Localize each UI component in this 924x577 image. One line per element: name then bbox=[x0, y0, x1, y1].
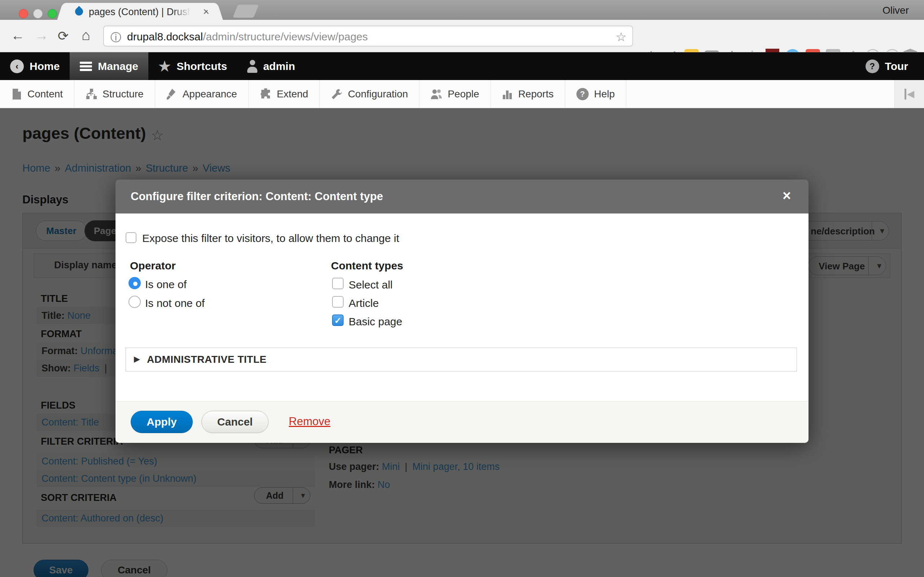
menu-extend-label: Extend bbox=[277, 89, 308, 100]
toolbar-item-tour[interactable]: ? Tour bbox=[866, 52, 924, 80]
menu-people-label: People bbox=[447, 89, 479, 100]
drupal-menu-bar: Content Structure Appearance Extend Conf… bbox=[0, 80, 924, 108]
menu-appearance-label: Appearance bbox=[183, 89, 237, 100]
collapsed-arrow-icon: ▶ bbox=[134, 355, 140, 364]
hamburger-icon bbox=[80, 62, 92, 71]
minimize-window-button[interactable] bbox=[33, 9, 43, 18]
user-icon bbox=[247, 60, 257, 73]
toolbar-manage-label: Manage bbox=[98, 60, 138, 73]
toolbar-home-label: Home bbox=[30, 60, 60, 73]
star-icon: ★ bbox=[158, 60, 171, 73]
sitemap-icon bbox=[86, 89, 97, 100]
operator-heading: Operator bbox=[130, 259, 176, 272]
expose-filter-checkbox[interactable] bbox=[126, 232, 136, 243]
basic-page-checkbox[interactable]: ✓ bbox=[332, 314, 344, 326]
article-label[interactable]: Article bbox=[349, 297, 379, 309]
browser-tab-strip: pages (Content) | Drush Site-In × Oliver bbox=[0, 0, 924, 20]
remove-link[interactable]: Remove bbox=[289, 415, 330, 428]
toolbar-item-manage[interactable]: Manage bbox=[69, 52, 149, 80]
menu-item-content[interactable]: Content bbox=[0, 80, 74, 108]
configure-filter-modal: Configure filter criterion: Content: Con… bbox=[115, 180, 809, 443]
basic-page-label[interactable]: Basic page bbox=[349, 316, 402, 328]
zoom-window-button[interactable] bbox=[48, 9, 57, 18]
toolbar-item-home[interactable]: ‹ Home bbox=[0, 52, 69, 80]
close-window-button[interactable] bbox=[19, 9, 28, 18]
forward-icon: → bbox=[35, 28, 48, 43]
address-bar[interactable]: ⓘ drupal8.docksal/admin/structure/views/… bbox=[103, 26, 633, 47]
toolbar-tour-label: Tour bbox=[885, 60, 908, 73]
reload-icon[interactable]: ⟳ bbox=[58, 29, 69, 44]
new-tab-button[interactable] bbox=[233, 5, 259, 18]
select-all-checkbox[interactable] bbox=[332, 278, 344, 289]
cancel-button[interactable]: Cancel bbox=[201, 411, 268, 433]
toolbar-admin-label: admin bbox=[263, 60, 295, 73]
menu-item-extend[interactable]: Extend bbox=[249, 80, 320, 108]
browser-profile-name[interactable]: Oliver bbox=[882, 5, 909, 16]
back-to-site-icon: ‹ bbox=[10, 60, 24, 73]
browser-tab[interactable]: pages (Content) | Drush Site-In × bbox=[66, 3, 215, 20]
document-icon bbox=[11, 89, 22, 100]
menu-item-people[interactable]: People bbox=[419, 80, 491, 108]
menu-reports-label: Reports bbox=[518, 89, 554, 100]
toolbar-item-admin[interactable]: admin bbox=[237, 52, 305, 80]
home-icon[interactable]: ⌂ bbox=[82, 27, 90, 43]
menu-item-appearance[interactable]: Appearance bbox=[155, 80, 249, 108]
apply-button[interactable]: Apply bbox=[131, 411, 193, 433]
modal-header[interactable]: Configure filter criterion: Content: Con… bbox=[115, 180, 809, 213]
operator-is-not-one-of-label[interactable]: Is not one of bbox=[145, 297, 205, 309]
menu-item-configuration[interactable]: Configuration bbox=[320, 80, 420, 108]
close-icon[interactable]: × bbox=[782, 187, 791, 204]
question-icon: ? bbox=[866, 60, 879, 73]
administrative-title-label: ADMINISTRATIVE TITLE bbox=[147, 354, 267, 365]
article-checkbox[interactable] bbox=[332, 296, 344, 308]
content-types-heading: Content types bbox=[331, 259, 403, 272]
paintbrush-icon bbox=[166, 89, 177, 100]
operator-is-one-of-label[interactable]: Is one of bbox=[145, 279, 187, 291]
tab-title-fade bbox=[173, 6, 195, 19]
people-icon bbox=[431, 89, 442, 100]
administrative-title-fieldset[interactable]: ▶ ADMINISTRATIVE TITLE bbox=[126, 348, 797, 371]
bar-chart-icon bbox=[502, 89, 513, 100]
site-info-icon[interactable]: ⓘ bbox=[110, 30, 121, 45]
menu-help-label: Help bbox=[594, 89, 615, 100]
drupal-favicon-icon bbox=[73, 6, 84, 17]
puzzle-icon bbox=[260, 89, 271, 100]
browser-window: pages (Content) | Drush Site-In × Oliver… bbox=[0, 0, 924, 577]
menu-content-label: Content bbox=[27, 89, 63, 100]
modal-footer: Apply Cancel Remove bbox=[115, 401, 809, 443]
toolbar-collapse-button[interactable]: ◀ bbox=[894, 80, 924, 108]
help-icon: ? bbox=[577, 88, 589, 100]
url-path: /admin/structure/views/view/pages bbox=[203, 31, 368, 43]
url-text[interactable]: drupal8.docksal/admin/structure/views/vi… bbox=[127, 31, 368, 43]
bookmark-star-icon[interactable]: ☆ bbox=[616, 29, 627, 44]
menu-item-help[interactable]: ? Help bbox=[565, 80, 627, 108]
toolbar-item-shortcuts[interactable]: ★ Shortcuts bbox=[149, 52, 237, 80]
drupal-admin-toolbar: ‹ Home Manage ★ Shortcuts admin ? Tour bbox=[0, 52, 924, 80]
menu-configuration-label: Configuration bbox=[348, 89, 408, 100]
collapse-bar-icon bbox=[905, 89, 906, 100]
select-all-label[interactable]: Select all bbox=[349, 279, 393, 291]
menu-item-structure[interactable]: Structure bbox=[74, 80, 155, 108]
expose-filter-label[interactable]: Expose this filter to visitors, to allow… bbox=[142, 232, 399, 245]
toolbar-shortcuts-label: Shortcuts bbox=[176, 60, 227, 73]
wrench-icon bbox=[331, 89, 342, 100]
modal-title: Configure filter criterion: Content: Con… bbox=[131, 180, 383, 213]
browser-toolbar: ← → ⟳ ⌂ ⓘ drupal8.docksal/admin/structur… bbox=[0, 20, 924, 52]
url-host: drupal8.docksal bbox=[127, 31, 203, 43]
operator-is-not-one-of-radio[interactable] bbox=[129, 296, 141, 308]
tab-close-icon[interactable]: × bbox=[203, 5, 209, 18]
menu-item-reports[interactable]: Reports bbox=[491, 80, 565, 108]
modal-body: Expose this filter to visitors, to allow… bbox=[115, 213, 809, 401]
back-icon[interactable]: ← bbox=[11, 28, 24, 43]
operator-is-one-of-radio[interactable] bbox=[129, 277, 141, 289]
collapse-arrow-icon: ◀ bbox=[907, 89, 914, 100]
menu-structure-label: Structure bbox=[102, 89, 144, 100]
